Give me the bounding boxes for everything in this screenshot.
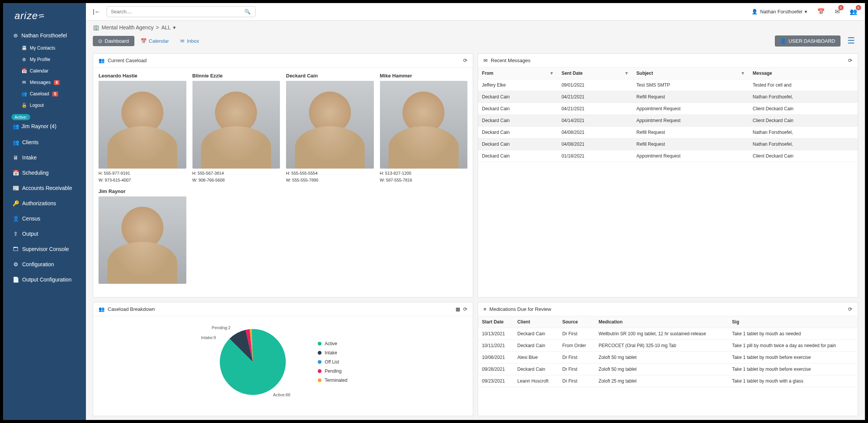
breadcrumb[interactable]: 🏢 Mental Health Agency > ALL ▾ [93,24,858,31]
col-from[interactable]: From▼ [478,68,558,79]
table-row[interactable]: Deckard Cain04/08/2021Refill RequestNath… [478,138,858,150]
cell-client: Deckard Cain [514,340,559,352]
nav-scheduling[interactable]: 📅Scheduling [3,165,86,180]
sidebar-item-label: My Profile [30,57,50,62]
search-input[interactable] [107,6,240,17]
table-row[interactable]: Deckard Cain04/21/2021Refill RequestNath… [478,91,858,103]
nav-configuration[interactable]: ⚙Configuration [3,257,86,272]
table-row[interactable]: 10/11/2021Deckard CainFrom OrderPERCOCET… [478,340,858,352]
cell-sig: Take 1 tablet by mouth before exercise [728,363,858,375]
messages-icon: ✉ [21,80,27,85]
table-view-button[interactable]: ▦ [456,306,460,312]
legend-item-off-list[interactable]: Off List [318,359,347,365]
table-row[interactable]: 10/13/2021Deckard CainDr FirstWellbutrin… [478,328,858,340]
caret-down-icon: ▾ [173,24,176,31]
group-badge: 5 [856,5,861,10]
search-button[interactable]: 🔍 [240,6,255,17]
cell-sent: 04/08/2021 [558,138,632,150]
table-row[interactable]: 09/28/2021Deckard CainDr FirstZoloft 50 … [478,363,858,375]
tab-dashboard[interactable]: ⊙ Dashboard [93,36,134,46]
table-row[interactable]: Deckard Cain01/18/2021Appointment Reques… [478,150,858,162]
sidebar-item-label: Logout [30,103,44,108]
col-start[interactable]: Start Date [478,316,514,328]
table-row[interactable]: 10/06/2021Alexi BlueDr FirstZoloft 50 mg… [478,352,858,363]
legend-label: Pending [325,368,341,374]
nav-supervisor-console[interactable]: 🗔Supervisor Console [3,241,86,257]
topbar-mail-button[interactable]: ✉ 8 [832,6,843,17]
topbar-group-button[interactable]: 👥 5 [847,6,860,17]
sidebar-item-logout[interactable]: 🔓Logout [3,100,86,111]
nav-intake[interactable]: 🖥Intake [3,150,86,165]
filter-icon[interactable]: ▼ [740,71,745,76]
col-medication[interactable]: Medication [595,316,728,328]
col-sent[interactable]: Sent Date▼ [558,68,632,79]
cell-sig: Take 1 tablet by mouth with a glass [728,375,858,387]
sidebar-collapse-button[interactable]: |← [91,7,103,17]
sidebar-item-label: My Contacts [30,45,55,51]
client-home-phone: H: 555-555-5554 [286,171,374,175]
filter-icon[interactable]: ▼ [624,71,629,76]
nav-output-configuration[interactable]: 📄Output Configuration [3,272,86,287]
client-photo [380,81,468,169]
col-sig[interactable]: Sig [728,316,858,328]
nav-authorizations[interactable]: 🔑Authorizations [3,196,86,211]
col-source[interactable]: Source [558,316,595,328]
nav-output[interactable]: ⇪Output [3,226,86,241]
sidebar-item-messages[interactable]: ✉Messages8 [3,77,86,88]
refresh-button[interactable]: ⟳ [463,306,467,312]
table-row[interactable]: Jeffery Elke09/01/2021Test SMS SMTPTeste… [478,79,858,91]
client-card[interactable]: Blinnie Ezzle H: 555-567-3814 W: 908-766… [192,73,280,182]
cell-message: Nathan Forsthoefel, [749,91,858,103]
legend-item-intake[interactable]: Intake [318,350,347,355]
col-message[interactable]: Message [749,68,858,79]
scheduling-icon: 📅 [13,170,18,176]
tab-calendar[interactable]: 📅 Calendar [135,36,175,46]
cell-sent: 04/14/2021 [558,115,632,127]
legend-label: Intake [325,350,337,355]
sidebar-item-my-profile[interactable]: ⊚My Profile [3,54,86,65]
table-row[interactable]: Deckard Cain04/21/2021Appointment Reques… [478,103,858,115]
sidebar-item-my-contacts[interactable]: 📇My Contacts [3,42,86,54]
cell-subject: Appointment Request [633,150,749,162]
cell-from: Deckard Cain [478,103,558,115]
topbar-user-menu[interactable]: 👤 Nathan Forsthoefel ▾ [748,7,810,16]
active-badge: Active: [11,114,30,120]
col-client[interactable]: Client [514,316,559,328]
client-card[interactable]: Jim Raynor [99,188,186,284]
sidebar-item-calendar[interactable]: 📅Calendar [3,65,86,77]
refresh-button[interactable]: ⟳ [848,306,852,312]
client-card[interactable]: Leonardo Hastie H: 555-977-9191 W: 973-6… [99,73,186,182]
user-dashboard-button[interactable]: 👤 USER DASHBOARD [775,35,841,47]
nav-label: Configuration [22,261,54,267]
tab-inbox[interactable]: ✉ Inbox [175,36,204,46]
legend-item-terminated[interactable]: Terminated [318,378,347,383]
table-row[interactable]: 09/23/2021Leann HuscroftDr FirstZoloft 2… [478,375,858,387]
topbar-calendar-button[interactable]: 📅 [814,6,828,17]
cell-source: Dr First [558,375,595,387]
sidebar-user[interactable]: ⊚ Nathan Forsthoefel [3,29,86,42]
table-row[interactable]: Deckard Cain04/08/2021Refill RequestNath… [478,127,858,138]
panel-menu-button[interactable]: ☰ [844,34,858,47]
chart-legend: ActiveIntakeOff ListPendingTerminated [318,341,347,383]
refresh-button[interactable]: ⟳ [848,58,852,63]
table-row[interactable]: Deckard Cain04/14/2021Appointment Reques… [478,115,858,127]
sidebar-item-caseload[interactable]: 👥Caseload5 [3,88,86,100]
user-circle-icon: ⊚ [13,32,18,39]
nav-census[interactable]: 👤Census [3,211,86,226]
legend-item-pending[interactable]: Pending [318,368,347,374]
active-user[interactable]: 👥 Jim Raynor (4) [3,121,86,135]
col-subject[interactable]: Subject▼ [633,68,749,79]
client-work-phone: W: 973-615-4007 [99,178,186,182]
cell-start: 09/23/2021 [478,375,514,387]
nav-clients[interactable]: 👥Clients [3,135,86,150]
client-card[interactable]: Mike Hammer H: 513-827-1205 W: 587-555-7… [380,73,468,182]
breadcrumb-agency: Mental Health Agency [102,24,154,31]
filter-icon[interactable]: ▼ [550,71,554,76]
client-card[interactable]: Deckard Cain H: 555-555-5554 W: 555-555-… [286,73,374,182]
legend-item-active[interactable]: Active [318,341,347,346]
pie-label-intake: Intake:9 [201,335,216,340]
nav-accounts-receivable[interactable]: 📰Accounts Receivable [3,180,86,196]
refresh-button[interactable]: ⟳ [463,58,467,63]
my-profile-icon: ⊚ [21,57,27,62]
list-icon: ≡ [483,306,487,312]
